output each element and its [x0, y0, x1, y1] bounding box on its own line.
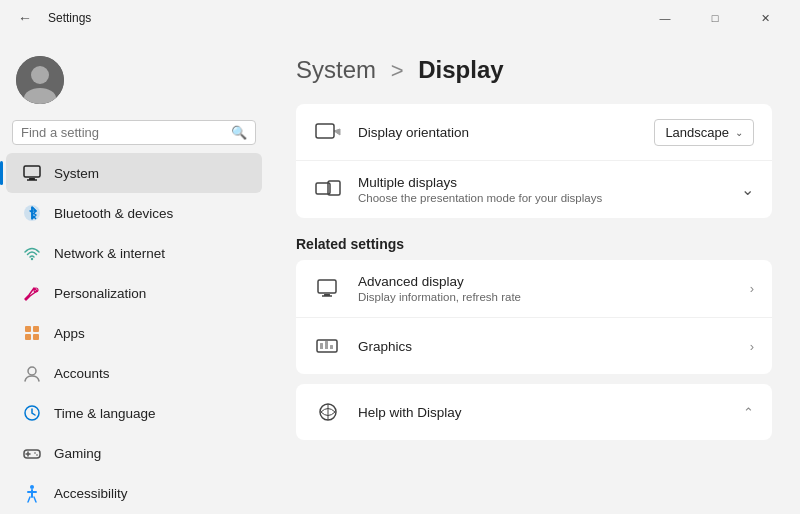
svg-point-19 — [34, 452, 36, 454]
help-display-control: ⌃ — [743, 405, 754, 420]
sidebar-item-apps[interactable]: Apps — [6, 313, 262, 353]
graphics-icon — [314, 332, 342, 360]
maximize-button[interactable]: □ — [692, 4, 738, 32]
advanced-display-icon — [314, 275, 342, 303]
avatar[interactable] — [16, 56, 64, 104]
search-box[interactable]: 🔍 — [12, 120, 256, 145]
titlebar-title: Settings — [48, 11, 91, 25]
sidebar-item-time-label: Time & language — [54, 406, 156, 421]
time-icon — [22, 403, 42, 423]
advanced-display-title: Advanced display — [358, 274, 734, 289]
page-title: System > Display — [296, 56, 772, 84]
sidebar: 🔍 System — [0, 36, 268, 514]
multiple-displays-icon — [314, 176, 342, 204]
sidebar-avatar — [0, 44, 268, 120]
sidebar-item-apps-label: Apps — [54, 326, 85, 341]
svg-rect-3 — [24, 166, 40, 177]
page-title-bold: Display — [418, 56, 503, 83]
sidebar-item-personalization-label: Personalization — [54, 286, 146, 301]
orientation-dropdown[interactable]: Landscape ⌄ — [654, 119, 754, 146]
sidebar-item-accessibility[interactable]: Accessibility — [6, 473, 262, 513]
main-layout: 🔍 System — [0, 36, 800, 514]
help-display-icon — [314, 398, 342, 426]
sidebar-item-time[interactable]: Time & language — [6, 393, 262, 433]
graphics-chevron-icon: › — [750, 339, 754, 354]
advanced-display-subtitle: Display information, refresh rate — [358, 291, 734, 303]
help-display-chevron-icon[interactable]: ⌃ — [743, 405, 754, 420]
titlebar-controls: — □ ✕ — [642, 4, 788, 32]
sidebar-item-accounts[interactable]: Accounts — [6, 353, 262, 393]
dropdown-chevron-icon: ⌄ — [735, 127, 743, 138]
back-button[interactable]: ← — [12, 8, 38, 28]
svg-rect-13 — [33, 334, 39, 340]
orientation-value: Landscape — [665, 125, 729, 140]
breadcrumb-separator: > — [391, 58, 404, 83]
help-display-row[interactable]: Help with Display ⌃ — [296, 384, 772, 440]
svg-point-21 — [30, 485, 34, 489]
advanced-display-row[interactable]: Advanced display Display information, re… — [296, 260, 772, 318]
display-orientation-row[interactable]: Display orientation Landscape ⌄ — [296, 104, 772, 161]
content-area: System > Display Display orientation — [268, 36, 800, 514]
apps-icon — [22, 323, 42, 343]
titlebar: ← Settings — □ ✕ — [0, 0, 800, 36]
graphics-control: › — [750, 339, 754, 354]
search-icon[interactable]: 🔍 — [231, 125, 247, 140]
breadcrumb-parent: System — [296, 56, 376, 83]
sidebar-item-system[interactable]: System — [6, 153, 262, 193]
accounts-icon — [22, 363, 42, 383]
svg-rect-11 — [33, 326, 39, 332]
page-header: System > Display — [296, 56, 772, 84]
help-display-title: Help with Display — [358, 405, 727, 420]
sidebar-item-gaming-label: Gaming — [54, 446, 101, 461]
svg-point-8 — [31, 258, 33, 260]
svg-point-1 — [31, 66, 49, 84]
multiple-displays-row[interactable]: Multiple displays Choose the presentatio… — [296, 161, 772, 218]
sidebar-item-network-label: Network & internet — [54, 246, 165, 261]
sidebar-item-personalization[interactable]: Personalization — [6, 273, 262, 313]
multiple-displays-chevron-icon[interactable]: ⌄ — [741, 180, 754, 199]
sidebar-item-gaming[interactable]: Gaming — [6, 433, 262, 473]
svg-rect-30 — [320, 343, 323, 349]
related-settings-card: Advanced display Display information, re… — [296, 260, 772, 374]
svg-rect-31 — [325, 341, 328, 349]
svg-line-23 — [320, 139, 324, 143]
display-orientation-control: Landscape ⌄ — [654, 119, 754, 146]
advanced-display-text: Advanced display Display information, re… — [358, 274, 734, 303]
graphics-row[interactable]: Graphics › — [296, 318, 772, 374]
help-display-text: Help with Display — [358, 405, 727, 420]
advanced-display-chevron-icon: › — [750, 281, 754, 296]
svg-rect-32 — [330, 345, 333, 349]
system-icon — [22, 163, 42, 183]
multiple-displays-title: Multiple displays — [358, 175, 725, 190]
svg-rect-22 — [316, 124, 334, 138]
svg-rect-26 — [318, 280, 336, 293]
display-orientation-text: Display orientation — [358, 125, 638, 140]
personalization-icon — [22, 283, 42, 303]
svg-point-14 — [28, 367, 36, 375]
multiple-displays-subtitle: Choose the presentation mode for your di… — [358, 192, 725, 204]
sidebar-item-bluetooth-label: Bluetooth & devices — [54, 206, 173, 221]
search-input[interactable] — [21, 125, 225, 140]
svg-rect-12 — [25, 334, 31, 340]
multiple-displays-text: Multiple displays Choose the presentatio… — [358, 175, 725, 204]
titlebar-left: ← Settings — [12, 8, 91, 28]
display-orientation-title: Display orientation — [358, 125, 638, 140]
network-icon — [22, 243, 42, 263]
graphics-title: Graphics — [358, 339, 734, 354]
minimize-button[interactable]: — — [642, 4, 688, 32]
advanced-display-control: › — [750, 281, 754, 296]
sidebar-item-network[interactable]: Network & internet — [6, 233, 262, 273]
close-button[interactable]: ✕ — [742, 4, 788, 32]
sidebar-item-accounts-label: Accounts — [54, 366, 110, 381]
sidebar-item-accessibility-label: Accessibility — [54, 486, 128, 501]
gaming-icon — [22, 443, 42, 463]
sidebar-item-system-label: System — [54, 166, 99, 181]
graphics-text: Graphics — [358, 339, 734, 354]
main-settings-card: Display orientation Landscape ⌄ — [296, 104, 772, 218]
multiple-displays-control: ⌄ — [741, 180, 754, 199]
bottom-card: Help with Display ⌃ — [296, 384, 772, 440]
sidebar-item-bluetooth[interactable]: Bluetooth & devices — [6, 193, 262, 233]
accessibility-icon — [22, 483, 42, 503]
related-settings-label: Related settings — [296, 236, 772, 252]
svg-point-20 — [36, 454, 38, 456]
